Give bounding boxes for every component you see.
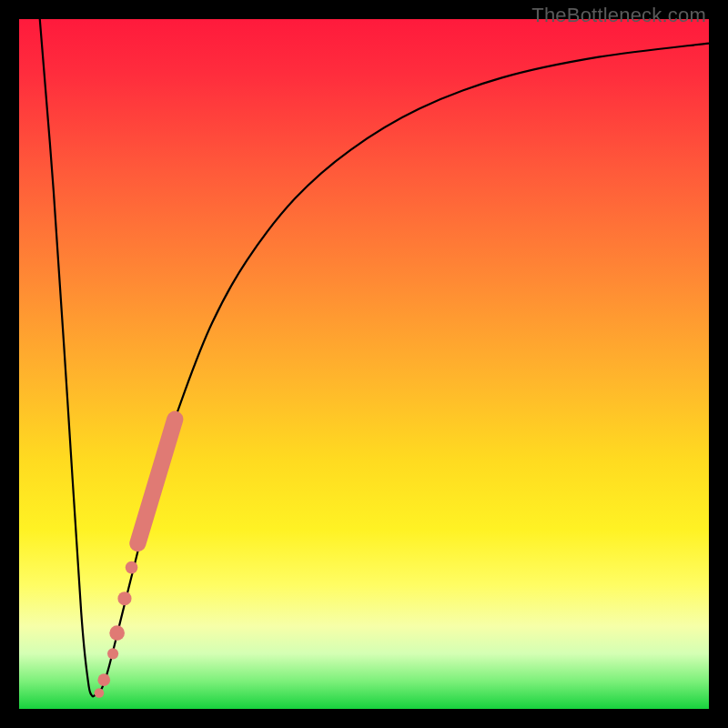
highlighted-segment-thick (137, 420, 175, 543)
chart-markers (95, 420, 176, 698)
bottleneck-curve (40, 19, 709, 696)
chart-frame: TheBottleneck.com (0, 0, 728, 728)
watermark-text: TheBottleneck.com (531, 4, 706, 27)
marker-dot-5 (97, 673, 110, 686)
marker-dot-4 (107, 648, 118, 659)
marker-dot-6 (95, 688, 105, 698)
marker-dot-3 (109, 625, 125, 641)
marker-dot-1 (126, 561, 138, 574)
marker-dot-2 (117, 592, 131, 605)
plot-area (19, 19, 709, 709)
chart-svg (19, 19, 709, 709)
